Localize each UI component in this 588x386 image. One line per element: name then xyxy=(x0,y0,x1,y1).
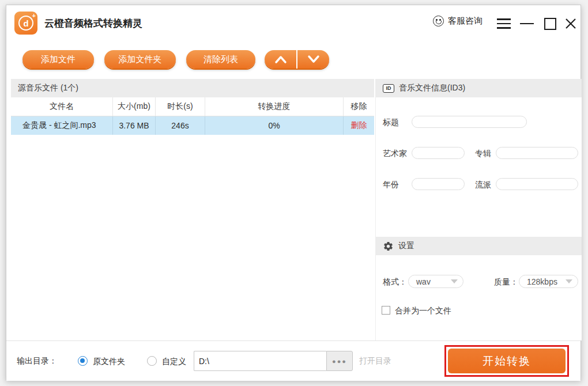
app-window: d + 云橙音频格式转换精灵 客服咨询 添加文件 添加文件夹 清除列表 xyxy=(6,5,581,380)
title-field-label: 标题 xyxy=(383,118,399,128)
maximize-icon[interactable] xyxy=(541,16,559,31)
column-size: 大小(mb) xyxy=(113,97,156,116)
year-field-label: 年份 xyxy=(383,180,399,190)
open-directory-link[interactable]: 打开目录 xyxy=(359,356,391,366)
merge-checkbox-label: 合并为一个文件 xyxy=(395,306,451,316)
quality-value: 128kbps xyxy=(527,277,557,286)
file-table-header: 文件名 大小(mb) 时长(s) 转换进度 移除 xyxy=(11,97,374,116)
column-progress: 转换进度 xyxy=(205,97,344,116)
settings-section-header: 设置 xyxy=(376,237,582,255)
source-files-header: 源音乐文件 (1个) xyxy=(11,79,374,97)
album-field-label: 专辑 xyxy=(475,149,491,159)
format-label: 格式： xyxy=(383,277,407,287)
genre-field-label: 流派 xyxy=(475,180,491,190)
format-dropdown[interactable]: wav xyxy=(408,275,463,288)
quality-label: 质量： xyxy=(494,277,518,287)
info-settings-panel: ID 音乐文件信息(ID3) 标题 艺术家 专辑 年份 流派 设置 格式： wa… xyxy=(375,79,582,340)
original-folder-label[interactable]: 原文件夹 xyxy=(93,357,125,367)
toolbar: 添加文件 添加文件夹 清除列表 xyxy=(6,50,581,70)
close-icon[interactable] xyxy=(562,16,579,31)
minimize-icon[interactable] xyxy=(518,16,536,31)
custom-folder-radio[interactable] xyxy=(147,356,157,366)
gear-icon xyxy=(383,241,394,252)
artist-field[interactable] xyxy=(412,147,465,159)
start-convert-button[interactable]: 开始转换 xyxy=(448,349,566,373)
genre-field[interactable] xyxy=(496,178,578,190)
source-files-panel: 源音乐文件 (1个) 文件名 大小(mb) 时长(s) 转换进度 移除 金贵晟 … xyxy=(11,79,374,340)
move-up-button[interactable] xyxy=(265,50,297,69)
cell-duration: 246s xyxy=(156,116,205,135)
id3-section-header: ID 音乐文件信息(ID3) xyxy=(376,79,582,97)
cell-progress: 0% xyxy=(205,116,344,135)
column-duration: 时长(s) xyxy=(156,97,205,116)
chevron-down-icon xyxy=(307,55,320,64)
bottom-bar: 输出目录： 原文件夹 自定义 ●●● 打开目录 开始转换 xyxy=(6,340,581,381)
menu-icon[interactable] xyxy=(495,16,512,31)
table-row[interactable]: 金贵晟 - 虹之间.mp3 3.76 MB 246s 0% 删除 xyxy=(11,116,374,135)
smiley-icon xyxy=(433,16,444,27)
cell-size: 3.76 MB xyxy=(113,116,156,135)
cell-filename: 金贵晟 - 虹之间.mp3 xyxy=(11,116,113,135)
cell-remove: 删除 xyxy=(344,116,374,135)
id3-section-title: 音乐文件信息(ID3) xyxy=(399,83,465,93)
album-field[interactable] xyxy=(496,147,578,159)
output-path-input[interactable] xyxy=(194,351,326,371)
chevron-up-icon xyxy=(274,55,287,64)
customer-support-button[interactable]: 客服咨询 xyxy=(433,16,483,27)
column-remove: 移除 xyxy=(344,97,374,116)
dropdown-arrow-icon xyxy=(566,279,572,283)
custom-folder-label[interactable]: 自定义 xyxy=(162,357,186,367)
id3-icon: ID xyxy=(383,84,394,93)
artist-field-label: 艺术家 xyxy=(383,149,407,159)
title-field[interactable] xyxy=(412,116,527,128)
clear-list-button[interactable]: 清除列表 xyxy=(186,50,255,69)
dropdown-arrow-icon xyxy=(451,279,458,283)
app-logo-icon: d + xyxy=(14,12,37,35)
reorder-control xyxy=(265,50,329,69)
add-files-button[interactable]: 添加文件 xyxy=(22,50,94,69)
output-dir-label: 输出目录： xyxy=(17,356,57,366)
source-files-title: 源音乐文件 (1个) xyxy=(18,83,78,93)
browse-button[interactable]: ●●● xyxy=(326,351,353,371)
output-path-group: ●●● xyxy=(194,351,353,371)
quality-dropdown[interactable]: 128kbps xyxy=(519,275,578,288)
window-title: 云橙音频格式转换精灵 xyxy=(44,17,142,30)
delete-link[interactable]: 删除 xyxy=(351,120,367,131)
year-field[interactable] xyxy=(412,178,465,190)
format-value: wav xyxy=(416,277,431,286)
support-label: 客服咨询 xyxy=(448,16,483,27)
add-folder-button[interactable]: 添加文件夹 xyxy=(104,50,176,69)
original-folder-radio[interactable] xyxy=(78,356,88,366)
merge-checkbox[interactable] xyxy=(382,306,390,315)
settings-section-title: 设置 xyxy=(398,241,414,251)
move-down-button[interactable] xyxy=(297,50,329,69)
column-filename: 文件名 xyxy=(11,97,113,116)
titlebar: d + 云橙音频格式转换精灵 客服咨询 xyxy=(6,5,581,41)
annotation-highlight-box: 开始转换 xyxy=(444,345,569,377)
